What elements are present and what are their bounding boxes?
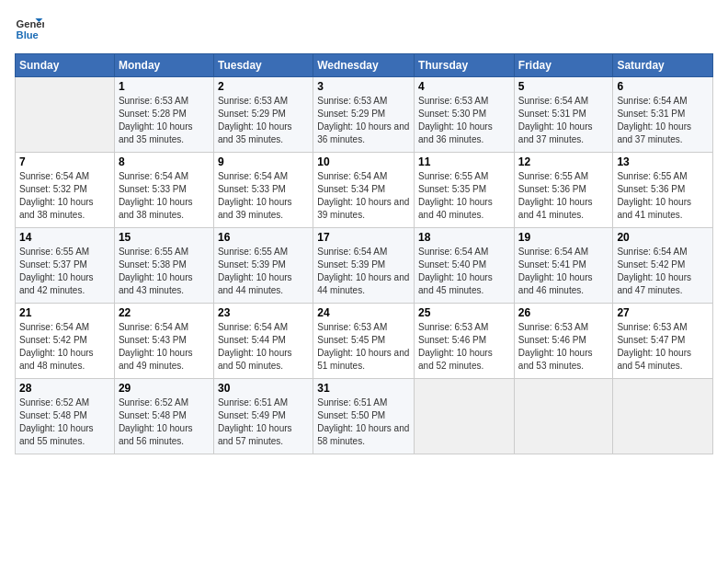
day-cell: 6Sunrise: 6:54 AMSunset: 5:31 PMDaylight…	[613, 77, 713, 153]
svg-text:Blue: Blue	[17, 29, 39, 40]
day-number: 13	[617, 155, 709, 168]
day-cell: 29Sunrise: 6:52 AMSunset: 5:48 PMDayligh…	[114, 379, 213, 454]
day-cell: 24Sunrise: 6:53 AMSunset: 5:45 PMDayligh…	[313, 304, 415, 379]
day-number: 17	[317, 231, 410, 244]
day-cell: 21Sunrise: 6:54 AMSunset: 5:42 PMDayligh…	[16, 304, 115, 379]
day-number: 23	[218, 306, 309, 319]
day-number: 14	[19, 231, 110, 244]
day-info: Sunrise: 6:54 AMSunset: 5:42 PMDaylight:…	[617, 246, 709, 297]
logo: General Blue	[15, 15, 44, 44]
day-number: 27	[617, 306, 709, 319]
day-info: Sunrise: 6:53 AMSunset: 5:46 PMDaylight:…	[518, 321, 609, 373]
day-number: 24	[317, 306, 410, 319]
day-cell: 9Sunrise: 6:54 AMSunset: 5:33 PMDaylight…	[213, 153, 313, 228]
day-cell: 18Sunrise: 6:54 AMSunset: 5:40 PMDayligh…	[415, 228, 515, 304]
day-info: Sunrise: 6:55 AMSunset: 5:38 PMDaylight:…	[119, 246, 210, 297]
day-info: Sunrise: 6:55 AMSunset: 5:35 PMDaylight:…	[418, 170, 510, 222]
day-info: Sunrise: 6:54 AMSunset: 5:41 PMDaylight:…	[518, 246, 609, 297]
day-info: Sunrise: 6:55 AMSunset: 5:36 PMDaylight:…	[518, 170, 609, 222]
day-number: 16	[218, 231, 309, 244]
day-cell	[613, 379, 713, 454]
day-cell	[514, 379, 613, 454]
weekday-friday: Friday	[514, 54, 613, 77]
day-cell: 20Sunrise: 6:54 AMSunset: 5:42 PMDayligh…	[613, 228, 713, 304]
day-info: Sunrise: 6:55 AMSunset: 5:39 PMDaylight:…	[218, 246, 309, 297]
weekday-tuesday: Tuesday	[213, 54, 313, 77]
day-cell: 30Sunrise: 6:51 AMSunset: 5:49 PMDayligh…	[213, 379, 313, 454]
day-number: 9	[218, 155, 309, 168]
day-cell: 17Sunrise: 6:54 AMSunset: 5:39 PMDayligh…	[313, 228, 415, 304]
week-row-4: 28Sunrise: 6:52 AMSunset: 5:48 PMDayligh…	[16, 379, 713, 454]
day-number: 20	[617, 231, 709, 244]
day-cell	[415, 379, 515, 454]
day-info: Sunrise: 6:53 AMSunset: 5:45 PMDaylight:…	[317, 321, 410, 373]
day-cell: 2Sunrise: 6:53 AMSunset: 5:29 PMDaylight…	[213, 77, 313, 153]
day-info: Sunrise: 6:54 AMSunset: 5:31 PMDaylight:…	[617, 95, 709, 146]
day-number: 30	[218, 382, 309, 395]
day-info: Sunrise: 6:54 AMSunset: 5:39 PMDaylight:…	[317, 246, 410, 297]
calendar-table: SundayMondayTuesdayWednesdayThursdayFrid…	[15, 53, 713, 454]
week-row-2: 14Sunrise: 6:55 AMSunset: 5:37 PMDayligh…	[16, 228, 713, 304]
day-cell: 31Sunrise: 6:51 AMSunset: 5:50 PMDayligh…	[313, 379, 415, 454]
day-number: 18	[418, 231, 510, 244]
day-info: Sunrise: 6:54 AMSunset: 5:43 PMDaylight:…	[119, 321, 210, 373]
weekday-monday: Monday	[114, 54, 213, 77]
day-number: 6	[617, 80, 709, 93]
day-number: 22	[119, 306, 210, 319]
day-cell: 22Sunrise: 6:54 AMSunset: 5:43 PMDayligh…	[114, 304, 213, 379]
weekday-wednesday: Wednesday	[313, 54, 415, 77]
day-cell	[16, 77, 115, 153]
day-cell: 3Sunrise: 6:53 AMSunset: 5:29 PMDaylight…	[313, 77, 415, 153]
day-info: Sunrise: 6:53 AMSunset: 5:30 PMDaylight:…	[418, 95, 510, 146]
day-cell: 26Sunrise: 6:53 AMSunset: 5:46 PMDayligh…	[514, 304, 613, 379]
day-info: Sunrise: 6:53 AMSunset: 5:29 PMDaylight:…	[218, 95, 309, 146]
day-number: 4	[418, 80, 510, 93]
weekday-sunday: Sunday	[16, 54, 115, 77]
day-cell: 27Sunrise: 6:53 AMSunset: 5:47 PMDayligh…	[613, 304, 713, 379]
day-number: 15	[119, 231, 210, 244]
day-cell: 12Sunrise: 6:55 AMSunset: 5:36 PMDayligh…	[514, 153, 613, 228]
header: General Blue	[15, 15, 713, 44]
day-number: 31	[317, 382, 410, 395]
day-info: Sunrise: 6:54 AMSunset: 5:42 PMDaylight:…	[19, 321, 110, 373]
day-cell: 28Sunrise: 6:52 AMSunset: 5:48 PMDayligh…	[16, 379, 115, 454]
day-cell: 25Sunrise: 6:53 AMSunset: 5:46 PMDayligh…	[415, 304, 515, 379]
day-info: Sunrise: 6:53 AMSunset: 5:46 PMDaylight:…	[418, 321, 510, 373]
day-info: Sunrise: 6:54 AMSunset: 5:31 PMDaylight:…	[518, 95, 609, 146]
day-cell: 7Sunrise: 6:54 AMSunset: 5:32 PMDaylight…	[16, 153, 115, 228]
day-number: 2	[218, 80, 309, 93]
weekday-thursday: Thursday	[415, 54, 515, 77]
day-info: Sunrise: 6:52 AMSunset: 5:48 PMDaylight:…	[19, 396, 110, 448]
day-number: 5	[518, 80, 609, 93]
logo-icon: General Blue	[15, 15, 44, 44]
week-row-0: 1Sunrise: 6:53 AMSunset: 5:28 PMDaylight…	[16, 77, 713, 153]
day-number: 21	[19, 306, 110, 319]
day-number: 29	[119, 382, 210, 395]
day-cell: 16Sunrise: 6:55 AMSunset: 5:39 PMDayligh…	[213, 228, 313, 304]
day-info: Sunrise: 6:54 AMSunset: 5:40 PMDaylight:…	[418, 246, 510, 297]
day-cell: 23Sunrise: 6:54 AMSunset: 5:44 PMDayligh…	[213, 304, 313, 379]
day-cell: 10Sunrise: 6:54 AMSunset: 5:34 PMDayligh…	[313, 153, 415, 228]
day-cell: 5Sunrise: 6:54 AMSunset: 5:31 PMDaylight…	[514, 77, 613, 153]
day-info: Sunrise: 6:51 AMSunset: 5:49 PMDaylight:…	[218, 396, 309, 448]
day-info: Sunrise: 6:55 AMSunset: 5:36 PMDaylight:…	[617, 170, 709, 222]
day-info: Sunrise: 6:53 AMSunset: 5:28 PMDaylight:…	[119, 95, 210, 146]
day-info: Sunrise: 6:53 AMSunset: 5:47 PMDaylight:…	[617, 321, 709, 373]
day-number: 7	[19, 155, 110, 168]
day-cell: 11Sunrise: 6:55 AMSunset: 5:35 PMDayligh…	[415, 153, 515, 228]
day-cell: 15Sunrise: 6:55 AMSunset: 5:38 PMDayligh…	[114, 228, 213, 304]
day-number: 12	[518, 155, 609, 168]
day-cell: 1Sunrise: 6:53 AMSunset: 5:28 PMDaylight…	[114, 77, 213, 153]
day-number: 19	[518, 231, 609, 244]
page: General Blue SundayMondayTuesdayWednesda…	[0, 0, 728, 563]
day-info: Sunrise: 6:53 AMSunset: 5:29 PMDaylight:…	[317, 95, 410, 146]
day-info: Sunrise: 6:54 AMSunset: 5:34 PMDaylight:…	[317, 170, 410, 222]
day-cell: 14Sunrise: 6:55 AMSunset: 5:37 PMDayligh…	[16, 228, 115, 304]
weekday-saturday: Saturday	[613, 54, 713, 77]
day-info: Sunrise: 6:54 AMSunset: 5:33 PMDaylight:…	[218, 170, 309, 222]
day-info: Sunrise: 6:51 AMSunset: 5:50 PMDaylight:…	[317, 396, 410, 448]
day-number: 3	[317, 80, 410, 93]
day-number: 25	[418, 306, 510, 319]
day-cell: 8Sunrise: 6:54 AMSunset: 5:33 PMDaylight…	[114, 153, 213, 228]
day-number: 26	[518, 306, 609, 319]
